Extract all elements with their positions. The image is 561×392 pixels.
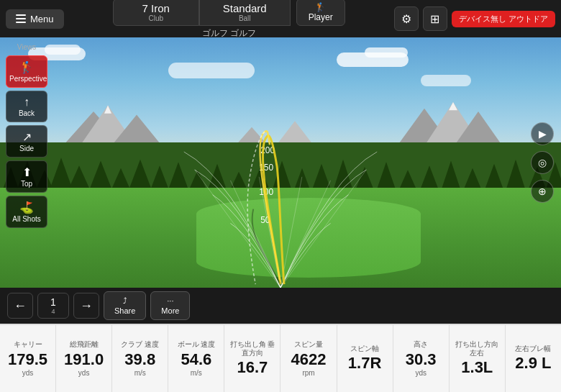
bottom-nav: ← 1 4 → ⤴ Share ··· More <box>0 288 197 324</box>
stat-value-total-distance: 191.0 <box>64 352 104 368</box>
menu-label: Menu <box>30 14 54 24</box>
club-name: 7 Iron <box>137 2 175 14</box>
more-button[interactable]: ··· More <box>150 291 190 320</box>
grid-icon: ⊞ <box>430 12 439 26</box>
gear-icon: ⚙ <box>401 12 411 26</box>
stat-value-launch-dir: 1.3L <box>461 360 493 375</box>
stat-value-height: 30.3 <box>406 352 437 368</box>
stat-label-club-speed: クラブ 速度 <box>121 340 159 348</box>
ball-tab[interactable]: Standard Ball <box>199 0 291 26</box>
stat-label-spin-axis: スピン軸 <box>350 345 379 352</box>
club-label: Club <box>137 14 175 22</box>
stat-unit-club-speed: m/s <box>134 369 146 377</box>
shot-total: 4 <box>47 308 60 315</box>
stat-value-carry: 179.5 <box>8 352 47 368</box>
stat-value-club-speed: 39.8 <box>124 352 155 368</box>
play-button[interactable]: ▶ <box>531 122 554 145</box>
side-label: Side <box>19 145 34 152</box>
share-icon: ⤴ <box>123 296 127 305</box>
top-bar: Menu 7 Iron Club Standard Ball 🏌️ Player… <box>0 0 561 37</box>
stat-value-spin-axis: 1.7R <box>348 355 381 371</box>
stat-cell-ball-speed: ボール 速度 54.6 m/s <box>168 325 224 392</box>
stat-cell-carry: キャリー 179.5 yds <box>0 325 56 392</box>
stat-cell-total-distance: 総飛距離 191.0 yds <box>56 325 112 392</box>
more-icon: ··· <box>167 296 173 305</box>
top-label: Top <box>21 180 32 188</box>
svg-line-43 <box>280 181 331 288</box>
stat-cell-launch-dir: 打ち出し方向 左右 1.3L <box>450 325 506 392</box>
ball-label: Ball <box>223 14 267 22</box>
stat-unit-carry: yds <box>22 369 34 377</box>
view-top-button[interactable]: ⬆ Top <box>6 160 47 193</box>
stat-label-launch-dir: 打ち出し方向 左右 <box>452 340 502 357</box>
stats-bar: キャリー 179.5 yds 総飛距離 191.0 yds クラブ 速度 39.… <box>0 324 561 392</box>
menu-icon <box>16 14 26 23</box>
side-icon: ↗ <box>9 130 44 144</box>
back-icon: ↑ <box>9 96 44 109</box>
menu-button[interactable]: Menu <box>6 9 64 29</box>
main-scene: 50 100 150 200 Views 🏌 Perspective ↑ Bac… <box>0 37 561 288</box>
perspective-icon: 🏌 <box>9 60 44 74</box>
distance-markers-svg: 50 100 150 200 <box>0 37 561 288</box>
next-icon: → <box>80 298 93 314</box>
all-shots-label: All Shots <box>12 215 40 223</box>
stat-label-height: 高さ <box>414 340 428 348</box>
zoom-button[interactable]: ⊕ <box>531 180 554 203</box>
top-icon: ⬆ <box>9 165 44 179</box>
back-label: Back <box>19 109 35 117</box>
player-button[interactable]: 🏌️ Player <box>296 0 345 26</box>
player-icon: 🏌️ <box>315 2 326 12</box>
top-right-controls: ⚙ ⊞ デバイス無し アウトドア <box>394 6 555 31</box>
target-button[interactable]: ◎ <box>531 151 554 174</box>
more-label: More <box>161 306 179 315</box>
view-perspective-button[interactable]: 🏌 Perspective <box>6 55 47 88</box>
stat-cell-side-carry: 左右ブレ幅 2.9 L <box>506 325 561 392</box>
svg-line-44 <box>280 170 366 288</box>
grid-button[interactable]: ⊞ <box>423 6 447 31</box>
stat-unit-height: yds <box>415 369 427 377</box>
club-tab[interactable]: 7 Iron Club <box>113 0 199 26</box>
right-controls: ▶ ◎ ⊕ <box>531 122 554 203</box>
prev-icon: ← <box>14 298 27 314</box>
view-back-button[interactable]: ↑ Back <box>6 91 47 122</box>
stat-label-carry: キャリー <box>14 340 42 348</box>
stat-label-spin: スピン量 <box>294 340 323 348</box>
device-label: デバイス無し アウトドア <box>459 14 548 23</box>
stat-cell-spin: スピン量 4622 rpm <box>280 325 337 392</box>
stat-cell-spin-axis: スピン軸 1.7R <box>337 325 393 392</box>
subtitle: ゴルフ ゴルフ <box>202 27 256 40</box>
view-all-shots-button[interactable]: ⛳ All Shots <box>6 196 47 228</box>
shot-counter: 1 4 <box>37 293 69 319</box>
stat-label-total-distance: 総飛距離 <box>70 340 99 348</box>
perspective-label: Perspective <box>9 75 47 83</box>
stat-label-ball-speed: ボール 速度 <box>178 340 216 348</box>
views-label: Views <box>6 43 47 51</box>
stat-unit-total-distance: yds <box>78 369 90 377</box>
share-button[interactable]: ⤴ Share <box>104 291 146 320</box>
stat-cell-club-speed: クラブ 速度 39.8 m/s <box>112 325 168 392</box>
stat-cell-height: 高さ 30.3 yds <box>393 325 450 392</box>
ball-name: Standard <box>223 2 267 14</box>
stat-cell-launch-angle: 打ち出し角 垂直方向 16.7 <box>224 325 280 392</box>
player-label: Player <box>309 12 333 22</box>
shot-current: 1 <box>47 296 60 308</box>
view-side-button[interactable]: ↗ Side <box>6 125 47 158</box>
stat-label-launch-angle: 打ち出し角 垂直方向 <box>227 340 277 357</box>
play-icon: ▶ <box>539 128 547 140</box>
top-center: 7 Iron Club Standard Ball 🏌️ Player ゴルフ … <box>64 0 394 40</box>
stat-value-spin: 4622 <box>291 352 327 368</box>
stat-value-ball-speed: 54.6 <box>181 352 211 368</box>
share-label: Share <box>114 306 135 315</box>
target-icon: ◎ <box>538 157 547 168</box>
stat-unit-spin: rpm <box>302 369 314 377</box>
zoom-icon: ⊕ <box>538 186 547 197</box>
top-tabs: 7 Iron Club Standard Ball 🏌️ Player <box>113 0 345 26</box>
settings-button[interactable]: ⚙ <box>394 6 419 31</box>
stat-value-side-carry: 2.9 L <box>515 355 551 371</box>
stat-value-launch-angle: 16.7 <box>237 360 268 375</box>
device-button[interactable]: デバイス無し アウトドア <box>452 11 555 27</box>
stat-label-side-carry: 左右ブレ幅 <box>515 345 551 352</box>
next-shot-button[interactable]: → <box>73 293 99 319</box>
prev-shot-button[interactable]: ← <box>7 293 33 319</box>
views-panel: Views 🏌 Perspective ↑ Back ↗ Side ⬆ Top … <box>6 43 47 228</box>
